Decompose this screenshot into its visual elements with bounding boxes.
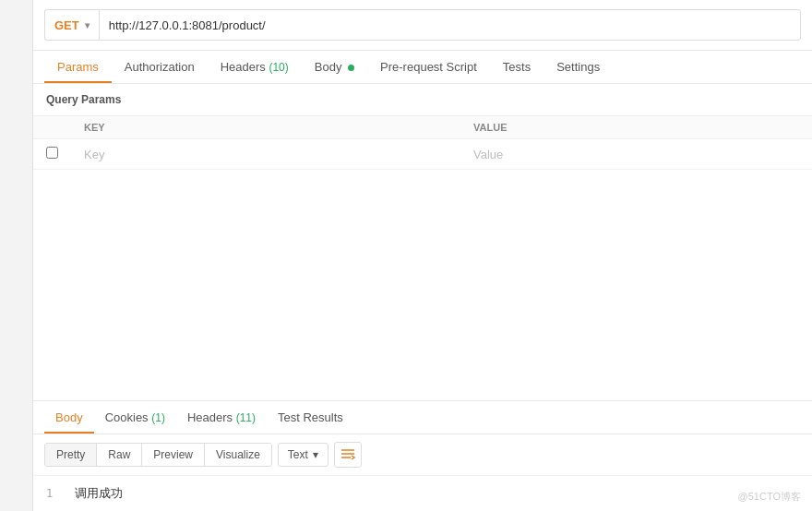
response-tab-test-results[interactable]: Test Results bbox=[267, 401, 354, 434]
url-bar: GET ▾ bbox=[33, 0, 812, 51]
method-select[interactable]: GET ▾ bbox=[44, 9, 99, 41]
tab-body[interactable]: Body bbox=[302, 51, 367, 83]
tab-settings[interactable]: Settings bbox=[543, 51, 613, 83]
wrap-btn[interactable] bbox=[334, 442, 362, 468]
params-section: Query Params KEY VALUE Key bbox=[33, 84, 812, 400]
url-input[interactable] bbox=[99, 9, 801, 41]
text-format-chevron: ▾ bbox=[313, 448, 318, 461]
response-tabs: Body Cookies (1) Headers (11) Test Resul… bbox=[33, 401, 812, 434]
response-tab-headers[interactable]: Headers (11) bbox=[176, 401, 267, 434]
key-col-header: KEY bbox=[71, 116, 460, 139]
format-pretty-btn[interactable]: Pretty bbox=[45, 444, 97, 466]
response-headers-badge: (11) bbox=[236, 411, 256, 424]
cookies-badge: (1) bbox=[151, 411, 165, 424]
value-cell[interactable]: Value bbox=[460, 139, 812, 170]
watermark: @51CTO博客 bbox=[738, 490, 801, 504]
text-format-label: Text bbox=[288, 448, 308, 461]
response-toolbar: Pretty Raw Preview Visualize Text ▾ bbox=[33, 434, 812, 476]
params-table: KEY VALUE Key Value bbox=[33, 115, 812, 170]
param-checkbox[interactable] bbox=[46, 147, 58, 159]
value-col-header: VALUE bbox=[460, 116, 812, 139]
main-content: GET ▾ Params Authorization Headers (10) … bbox=[33, 0, 812, 511]
tab-tests[interactable]: Tests bbox=[490, 51, 543, 83]
response-tab-body[interactable]: Body bbox=[44, 401, 94, 434]
tab-headers[interactable]: Headers (10) bbox=[208, 51, 302, 83]
line-number-1: 1 bbox=[46, 487, 53, 500]
format-raw-btn[interactable]: Raw bbox=[97, 444, 142, 466]
format-visualize-btn[interactable]: Visualize bbox=[205, 444, 271, 466]
checkbox-col-header bbox=[33, 116, 71, 139]
body-dot bbox=[348, 65, 354, 71]
method-chevron: ▾ bbox=[85, 20, 90, 30]
response-tab-cookies[interactable]: Cookies (1) bbox=[94, 401, 176, 434]
method-label: GET bbox=[54, 18, 79, 32]
sidebar bbox=[0, 0, 33, 511]
params-row-empty: Key Value bbox=[33, 139, 812, 170]
format-preview-btn[interactable]: Preview bbox=[142, 444, 205, 466]
text-format-select[interactable]: Text ▾ bbox=[278, 443, 328, 467]
tab-pre-request-script[interactable]: Pre-request Script bbox=[367, 51, 490, 83]
query-params-title: Query Params bbox=[33, 84, 812, 115]
response-body: 1 调用成功 bbox=[33, 476, 812, 511]
format-group: Pretty Raw Preview Visualize bbox=[44, 443, 272, 467]
tab-authorization[interactable]: Authorization bbox=[112, 51, 208, 83]
response-line-1: 调用成功 bbox=[75, 486, 123, 500]
key-cell[interactable]: Key bbox=[71, 139, 460, 170]
tab-params[interactable]: Params bbox=[44, 51, 112, 83]
row-checkbox[interactable] bbox=[33, 139, 71, 170]
headers-badge: (10) bbox=[269, 61, 288, 74]
request-tabs: Params Authorization Headers (10) Body P… bbox=[33, 51, 812, 84]
response-section: Body Cookies (1) Headers (11) Test Resul… bbox=[33, 400, 812, 511]
